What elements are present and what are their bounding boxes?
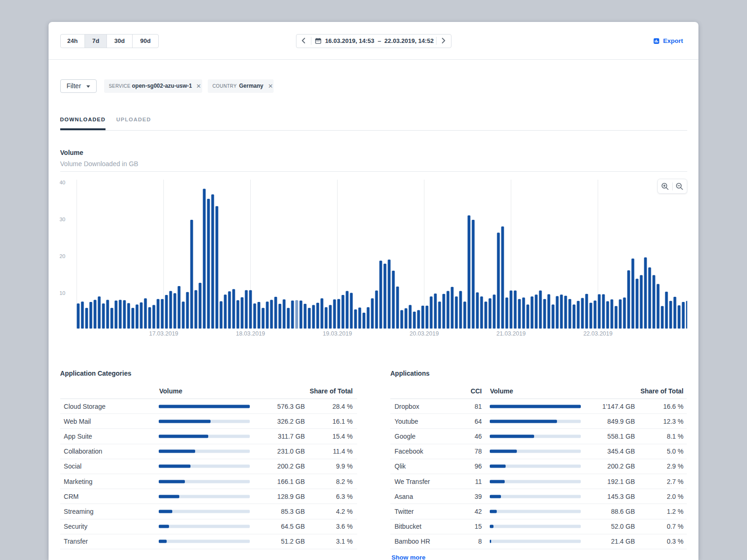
svg-text:20: 20	[60, 253, 65, 259]
svg-text:17.03.2019: 17.03.2019	[149, 330, 178, 337]
svg-text:10: 10	[60, 290, 65, 296]
svg-text:21.03.2019: 21.03.2019	[496, 330, 526, 337]
svg-text:30: 30	[60, 217, 65, 222]
svg-text:22.03.2019: 22.03.2019	[583, 330, 613, 337]
svg-text:40: 40	[60, 180, 65, 185]
svg-text:18.03.2019: 18.03.2019	[236, 330, 265, 337]
svg-text:19.03.2019: 19.03.2019	[323, 330, 352, 337]
svg-text:20.03.2019: 20.03.2019	[409, 330, 439, 337]
